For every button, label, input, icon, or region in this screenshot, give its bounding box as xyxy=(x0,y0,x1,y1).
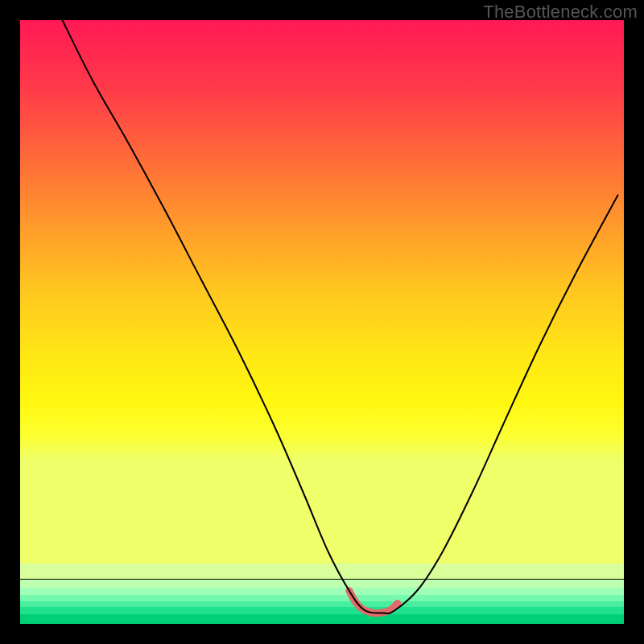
curve-layer xyxy=(20,20,624,624)
watermark-text: TheBottleneck.com xyxy=(483,2,638,23)
bottleneck-curve-path xyxy=(63,20,618,613)
chart-frame: TheBottleneck.com xyxy=(0,0,644,644)
plot-area xyxy=(20,20,624,624)
